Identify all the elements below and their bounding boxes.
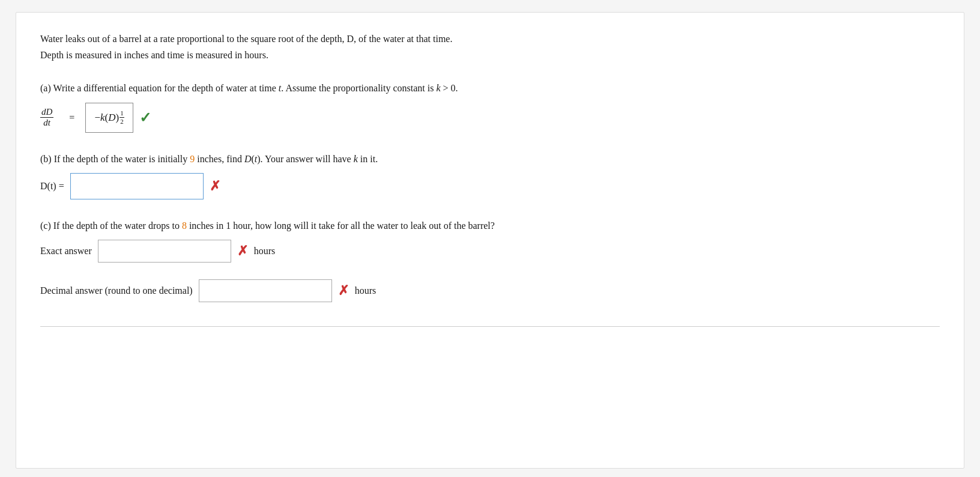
- intro-line2: Depth is measured in inches and time is …: [40, 50, 268, 60]
- part-c-decimal-cross: ✗: [338, 283, 349, 299]
- part-b-answer-row: D(t) = ✗: [40, 173, 940, 199]
- exponent-denominator: 2: [119, 118, 124, 126]
- part-c-label: (c) If the depth of the water drops to 8…: [40, 217, 940, 234]
- part-b-label: (b) If the depth of the water is initial…: [40, 151, 940, 167]
- part-b-cross: ✗: [210, 178, 220, 194]
- intro-line1: Water leaks out of a barrel at a rate pr…: [40, 34, 452, 44]
- exponent-frac: 12: [119, 109, 124, 126]
- part-c-decimal-row: Decimal answer (round to one decimal) ✗ …: [40, 279, 940, 302]
- part-b-input[interactable]: [70, 173, 204, 199]
- part-a: (a) Write a differential equation for th…: [40, 80, 940, 132]
- part-c-label-text: (c) If the depth of the water drops to 8…: [40, 220, 495, 231]
- part-a-checkmark: ✓: [139, 109, 151, 126]
- part-b-lhs: D(t) =: [40, 181, 64, 192]
- equals-sign-a: =: [69, 112, 74, 123]
- dD-dt-fraction: dD dt: [40, 107, 53, 128]
- exponent-numerator: 1: [119, 109, 124, 118]
- part-a-label-text: (a) Write a differential equation for th…: [40, 83, 458, 93]
- exact-answer-label: Exact answer: [40, 246, 92, 257]
- part-b: (b) If the depth of the water is initial…: [40, 151, 940, 199]
- decimal-hours-label: hours: [355, 285, 377, 296]
- part-c-exact-row: Exact answer ✗ hours: [40, 240, 940, 263]
- part-c: (c) If the depth of the water drops to 8…: [40, 217, 940, 302]
- bottom-rule: [40, 326, 940, 327]
- part-b-label-text: (b) If the depth of the water is initial…: [40, 154, 378, 164]
- part-a-label: (a) Write a differential equation for th…: [40, 80, 940, 96]
- part-c-exact-input[interactable]: [98, 240, 231, 263]
- part-a-formula-box: −k(D)12: [85, 103, 133, 133]
- part-c-decimal-input[interactable]: [199, 279, 332, 302]
- part-c-exact-cross: ✗: [237, 243, 248, 259]
- exact-hours-label: hours: [254, 246, 276, 257]
- fraction-denominator: dt: [42, 118, 52, 128]
- fraction-numerator: dD: [40, 107, 53, 118]
- decimal-answer-label: Decimal answer (round to one decimal): [40, 285, 193, 296]
- page-container: Water leaks out of a barrel at a rate pr…: [16, 12, 964, 469]
- part-a-answer-row: dD dt = −k(D)12 ✓: [40, 103, 940, 133]
- problem-intro: Water leaks out of a barrel at a rate pr…: [40, 31, 940, 63]
